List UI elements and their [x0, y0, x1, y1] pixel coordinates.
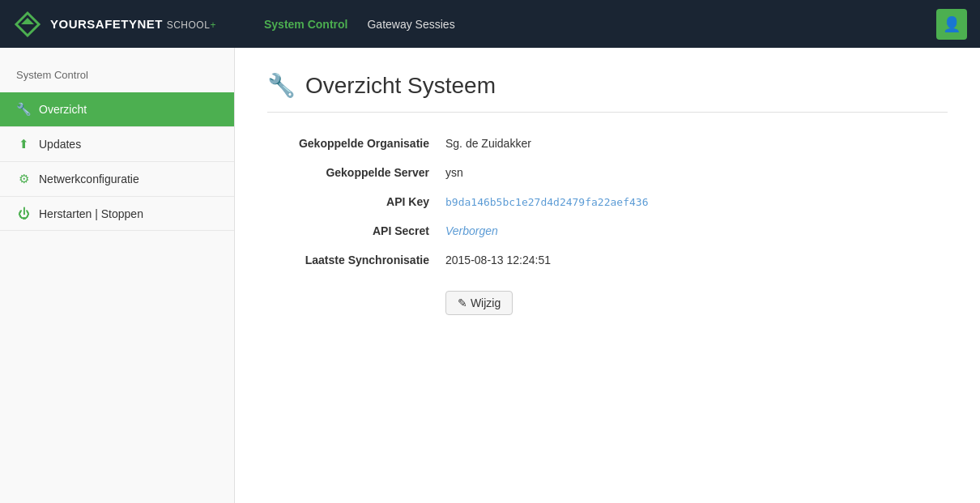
info-row-organisatie: Gekoppelde Organisatie Sg. de Zuidakker — [267, 129, 948, 158]
gear-icon: ⚙ — [16, 172, 31, 186]
info-row-server: Gekoppelde Server ysn — [267, 158, 948, 187]
logo-text: YOURSAFETYNET SCHOOL+ — [50, 17, 216, 31]
sidebar-item-netwerk[interactable]: ⚙ Netwerkconfiguratie — [0, 162, 234, 197]
label-apikey: API Key — [267, 195, 445, 208]
sidebar-title: System Control — [0, 61, 234, 92]
sidebar-item-label-netwerk: Netwerkconfiguratie — [39, 173, 139, 185]
value-sync: 2015-08-13 12:24:51 — [445, 254, 551, 266]
sidebar-item-label-overzicht: Overzicht — [39, 103, 87, 116]
power-icon: ⏻ — [16, 207, 31, 220]
topnav: YOURSAFETYNET SCHOOL+ System Control Gat… — [0, 0, 980, 48]
label-server: Gekoppelde Server — [267, 166, 445, 179]
main-layout: System Control 🔧 Overzicht ⬆ Updates ⚙ N… — [0, 48, 980, 503]
label-organisatie: Gekoppelde Organisatie — [267, 137, 445, 150]
wijzig-button[interactable]: ✎ Wijzig — [445, 291, 513, 315]
page-header-icon: 🔧 — [267, 72, 296, 99]
page-header: 🔧 Overzicht Systeem — [267, 72, 948, 113]
sidebar: System Control 🔧 Overzicht ⬆ Updates ⚙ N… — [0, 48, 235, 503]
info-row-apikey: API Key b9da146b5bc1e27d4d2479fa22aef436 — [267, 187, 948, 216]
value-organisatie: Sg. de Zuidakker — [445, 137, 531, 150]
info-table: Gekoppelde Organisatie Sg. de Zuidakker … — [267, 129, 948, 275]
info-row-sync: Laatste Synchronisatie 2015-08-13 12:24:… — [267, 245, 948, 275]
value-server: ysn — [445, 166, 463, 179]
value-apikey: b9da146b5bc1e27d4d2479fa22aef436 — [445, 196, 648, 208]
label-sync: Laatste Synchronisatie — [267, 254, 445, 266]
sidebar-item-overzicht[interactable]: 🔧 Overzicht — [0, 92, 234, 127]
logo-yoursafetynet: YOURSAFETYNET — [50, 17, 163, 31]
nav-links: System Control Gateway Sessies — [264, 18, 967, 31]
page-title: Overzicht Systeem — [305, 73, 496, 99]
sidebar-item-updates[interactable]: ⬆ Updates — [0, 127, 234, 162]
logo-school: SCHOOL+ — [167, 19, 216, 31]
user-icon: 👤 — [943, 15, 961, 33]
sidebar-item-herstarten[interactable]: ⏻ Herstarten | Stoppen — [0, 197, 234, 231]
nav-gateway-sessies[interactable]: Gateway Sessies — [367, 18, 454, 31]
label-apisecret: API Secret — [267, 224, 445, 237]
content-area: 🔧 Overzicht Systeem Gekoppelde Organisat… — [235, 48, 980, 503]
updates-icon: ⬆ — [16, 137, 31, 151]
value-apisecret: Verborgen — [445, 224, 498, 237]
info-row-apisecret: API Secret Verborgen — [267, 216, 948, 245]
sidebar-item-label-herstarten: Herstarten | Stoppen — [39, 207, 143, 220]
wrench-icon: 🔧 — [16, 102, 31, 117]
nav-system-control[interactable]: System Control — [264, 18, 347, 31]
logo-area: YOURSAFETYNET SCHOOL+ — [13, 10, 264, 39]
user-button[interactable]: 👤 — [936, 9, 967, 40]
logo-icon — [13, 10, 42, 39]
sidebar-item-label-updates: Updates — [39, 138, 81, 151]
